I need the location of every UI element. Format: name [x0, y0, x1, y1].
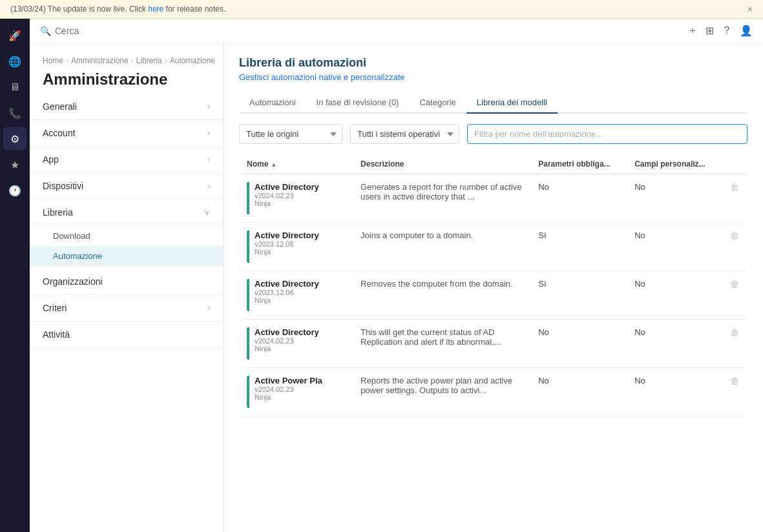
cell-params-3: No — [530, 320, 627, 368]
nav-icon-rocket[interactable]: 🚀 — [3, 24, 26, 47]
cell-desc-4: Reports the active power plan and active… — [353, 368, 530, 416]
chevron-right-icon: › — [207, 303, 210, 312]
script-border-2 — [247, 279, 249, 311]
script-version-4: v2024.02.23 — [255, 385, 322, 393]
sidebar-sub-item-automazione[interactable]: Automazione — [30, 246, 223, 266]
sidebar-item-criteri[interactable]: Criteri › — [30, 295, 223, 322]
delete-icon-4[interactable]: 🗑 — [730, 376, 739, 386]
sidebar-item-dispositivi[interactable]: Dispositivi › — [30, 173, 223, 200]
nav-icon-star[interactable]: ★ — [3, 153, 26, 176]
sidebar-item-app[interactable]: App › — [30, 147, 223, 173]
table-row: Active Directory v2023.12.06 Ninja Joins… — [239, 223, 747, 271]
close-icon[interactable]: × — [747, 4, 753, 14]
sidebar-item-libreria[interactable]: Libreria ∨ — [30, 200, 223, 226]
grid-icon[interactable]: ⊞ — [706, 25, 714, 37]
chevron-right-icon: › — [207, 128, 210, 138]
cell-delete-3[interactable]: 🗑 — [722, 320, 747, 368]
sidebar-item-attivita[interactable]: Attività — [30, 322, 223, 348]
col-nome[interactable]: Nome ▲ — [239, 154, 353, 174]
script-border-1 — [247, 230, 249, 263]
sidebar-label-criteri: Criteri — [43, 303, 67, 313]
delete-icon-1[interactable]: 🗑 — [730, 230, 739, 241]
search-input-wrap: 🔍 — [40, 26, 682, 36]
sidebar-item-organizzazioni[interactable]: Organizzazioni — [30, 269, 223, 295]
nav-icon-history[interactable]: 🕐 — [3, 179, 26, 202]
automation-table: Nome ▲ Descrizione Parametri obbliga... … — [239, 154, 747, 416]
tab-automazioni[interactable]: Automazioni — [239, 92, 306, 114]
delete-icon-2[interactable]: 🗑 — [730, 279, 739, 289]
script-info-1: Active Directory v2023.12.06 Ninja — [255, 230, 319, 256]
cell-params-2: Sì — [530, 271, 627, 320]
sidebar-label-libreria: Libreria — [43, 207, 73, 218]
tabs: Automazioni In fase di revisione (0) Cat… — [239, 92, 747, 114]
breadcrumb-home[interactable]: Home — [43, 56, 63, 65]
help-icon[interactable]: ？ — [722, 24, 732, 37]
banner-link[interactable]: here — [148, 5, 163, 14]
delete-icon-0[interactable]: 🗑 — [730, 182, 739, 192]
cell-params-4: No — [530, 368, 627, 416]
tab-libreria-modelli[interactable]: Libreria dei modelli — [466, 92, 558, 114]
script-name-4: Active Power Pla — [255, 376, 322, 385]
content-area: Home › Amministrazione › Libreria › Auto… — [30, 43, 763, 532]
panel-title: Libreria di automazioni — [239, 56, 747, 70]
cell-custom-4: No — [627, 368, 722, 416]
search-actions: ＋ ⊞ ？ 👤 — [687, 24, 753, 37]
cell-name-1: Active Directory v2023.12.06 Ninja — [239, 223, 353, 271]
user-icon[interactable]: 👤 — [740, 25, 753, 37]
subtitle-link[interactable]: automazioni native e personalizzate — [271, 72, 405, 82]
cell-delete-0[interactable]: 🗑 — [722, 174, 747, 223]
script-source-2: Ninja — [255, 296, 319, 304]
script-name-2: Active Directory — [255, 279, 319, 289]
search-bar: 🔍 ＋ ⊞ ？ 👤 — [30, 19, 763, 43]
filter-name-input[interactable] — [467, 124, 747, 144]
sidebar-item-generali[interactable]: Generali › — [30, 94, 223, 120]
nav-icon-gear[interactable]: ⚙ — [3, 127, 26, 150]
script-version-2: v2023.12.06 — [255, 289, 319, 296]
breadcrumb-amministrazione[interactable]: Amministrazione — [71, 56, 129, 65]
cell-custom-0: No — [627, 174, 722, 223]
filter-origins[interactable]: Tutte le origini Ninja Personalizzate — [239, 124, 342, 144]
filters-row: Tutte le origini Ninja Personalizzate Tu… — [239, 124, 747, 144]
breadcrumb-libreria[interactable]: Libreria — [136, 56, 162, 65]
sidebar-label-generali: Generali — [43, 101, 77, 112]
col-descrizione: Descrizione — [353, 154, 530, 174]
search-input[interactable] — [55, 26, 682, 36]
script-border-3 — [247, 327, 249, 360]
cell-custom-2: No — [627, 271, 722, 320]
sidebar-label-dispositivi: Dispositivi — [43, 181, 83, 191]
cell-desc-0: Generates a report for the number of act… — [353, 174, 530, 223]
cell-delete-1[interactable]: 🗑 — [722, 223, 747, 271]
nav-icon-globe[interactable]: 🌐 — [3, 50, 26, 73]
panel-subtitle: Gestisci automazioni native e personaliz… — [239, 72, 747, 82]
tab-categorie[interactable]: Categorie — [409, 92, 466, 114]
cell-name-0: Active Directory v2024.02.23 Ninja — [239, 174, 353, 223]
script-name-1: Active Directory — [255, 230, 319, 240]
chevron-right-icon: › — [207, 102, 210, 111]
cell-delete-4[interactable]: 🗑 — [722, 368, 747, 416]
sidebar-item-account[interactable]: Account › — [30, 120, 223, 147]
tab-revisione[interactable]: In fase di revisione (0) — [306, 92, 410, 114]
sidebar: Home › Amministrazione › Libreria › Auto… — [30, 43, 224, 532]
col-nome-label: Nome — [247, 159, 268, 169]
delete-icon-3[interactable]: 🗑 — [730, 327, 739, 338]
chevron-right-icon: › — [207, 181, 210, 190]
script-info-4: Active Power Pla v2024.02.23 Ninja — [255, 376, 322, 401]
col-params: Parametri obbliga... — [530, 154, 627, 174]
sidebar-sub-item-download[interactable]: Download — [30, 226, 223, 246]
script-info-0: Active Directory v2024.02.23 Ninja — [255, 182, 319, 207]
script-version-1: v2023.12.06 — [255, 240, 319, 248]
script-version-0: v2024.02.23 — [255, 192, 319, 200]
breadcrumb: Home › Amministrazione › Libreria › Auto… — [43, 56, 210, 65]
main-panel: Libreria di automazioni Gestisci automaz… — [224, 43, 763, 532]
filter-os[interactable]: Tutti i sistemi operativi Windows Mac Li… — [350, 124, 459, 144]
sidebar-label-attivita: Attività — [43, 329, 70, 340]
sidebar-label-organizzazioni: Organizzazioni — [43, 276, 103, 287]
script-version-3: v2024.02.23 — [255, 337, 319, 345]
col-custom: Campi personaliz... — [627, 154, 722, 174]
nav-icon-phone[interactable]: 📞 — [3, 101, 26, 125]
script-name-0: Active Directory — [255, 182, 319, 192]
nav-icon-monitor[interactable]: 🖥 — [3, 76, 26, 99]
breadcrumb-current: Automazione — [170, 56, 215, 65]
cell-delete-2[interactable]: 🗑 — [722, 271, 747, 320]
plus-icon[interactable]: ＋ — [687, 24, 698, 37]
